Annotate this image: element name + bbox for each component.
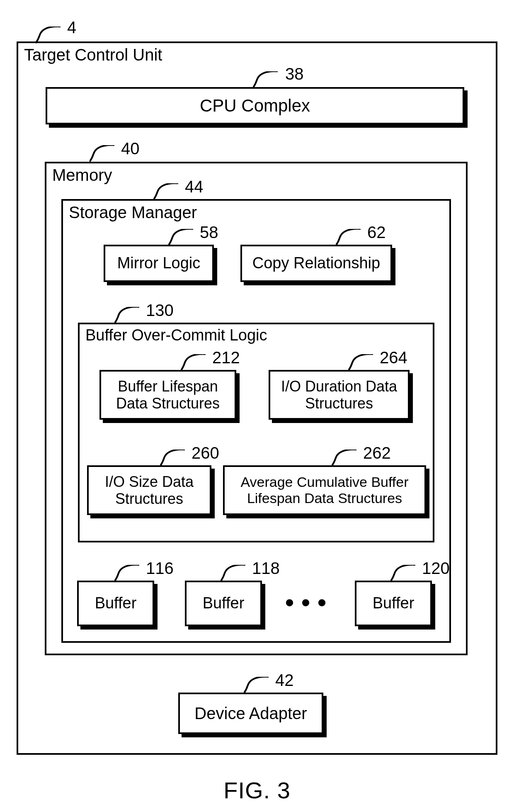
ref-number: 212 [212,348,240,367]
avg-cum-buffer-lifespan-ds-label: Average Cumulative Buffer Lifespan Data … [228,474,421,506]
buffer-block: Buffer [185,581,262,626]
ref-hook-icon [348,354,377,372]
buffer-label: Buffer [95,594,137,613]
buffer-label: Buffer [203,594,245,613]
ref-number: 62 [367,223,386,242]
buffer-label: Buffer [373,594,415,613]
ref-number: 120 [422,559,450,578]
buffer-overcommit-title: Buffer Over-Commit Logic [85,327,267,344]
ref-number: 262 [363,444,391,462]
io-duration-ds-label: I/O Duration Data Structures [274,378,405,412]
cpu-complex-label: CPU Complex [200,96,310,116]
storage-manager-title: Storage Manager [69,203,197,221]
buffer-block: Buffer [77,581,154,626]
device-adapter-block: Device Adapter [178,693,323,734]
cpu-complex-block: CPU Complex [46,87,464,124]
io-size-ds-block: I/O Size Data Structures [87,465,211,515]
ref-number: 130 [146,301,174,320]
ref-hook-icon [336,229,365,247]
ref-hook-icon [168,229,197,247]
ref-hook-icon [114,307,143,325]
copy-relationship-block: Copy Relationship [240,245,392,282]
figure-caption: FIG. 3 [0,777,514,804]
ref-number: 260 [192,444,219,462]
ref-number: 42 [275,671,294,690]
ref-hook-icon [332,450,361,468]
target-control-unit-title: Target Control Unit [24,46,162,64]
io-duration-ds-block: I/O Duration Data Structures [269,370,410,420]
ref-number: 264 [380,348,407,367]
ref-number: 118 [252,559,280,578]
ref-hook-icon [253,71,282,90]
io-size-ds-label: I/O Size Data Structures [92,473,206,508]
ellipsis-icon: ••• [285,588,334,617]
buffer-block: Buffer [355,581,432,626]
ref-hook-icon [153,183,182,202]
ref-hook-icon [114,565,143,583]
ref-hook-icon [221,565,250,583]
memory-title: Memory [52,166,112,184]
ref-hook-icon [390,565,419,583]
copy-relationship-label: Copy Relationship [252,254,380,272]
ref-hook-icon [244,677,273,695]
ref-number: 44 [185,177,204,196]
ref-hook-icon [90,145,119,163]
ref-hook-icon [36,27,65,45]
ref-hook-icon [160,450,189,468]
ref-number: 4 [67,18,76,37]
mirror-logic-block: Mirror Logic [104,245,214,282]
buffer-lifespan-ds-label: Buffer Lifespan Data Structures [104,378,231,412]
avg-cum-buffer-lifespan-ds-block: Average Cumulative Buffer Lifespan Data … [223,465,426,515]
mirror-logic-label: Mirror Logic [117,254,201,272]
ref-number: 58 [200,223,218,242]
device-adapter-label: Device Adapter [194,704,307,723]
ref-number: 38 [285,65,304,83]
buffer-lifespan-ds-block: Buffer Lifespan Data Structures [99,370,236,420]
ref-number: 40 [121,139,140,158]
ref-number: 116 [146,559,174,578]
ref-hook-icon [181,354,210,372]
